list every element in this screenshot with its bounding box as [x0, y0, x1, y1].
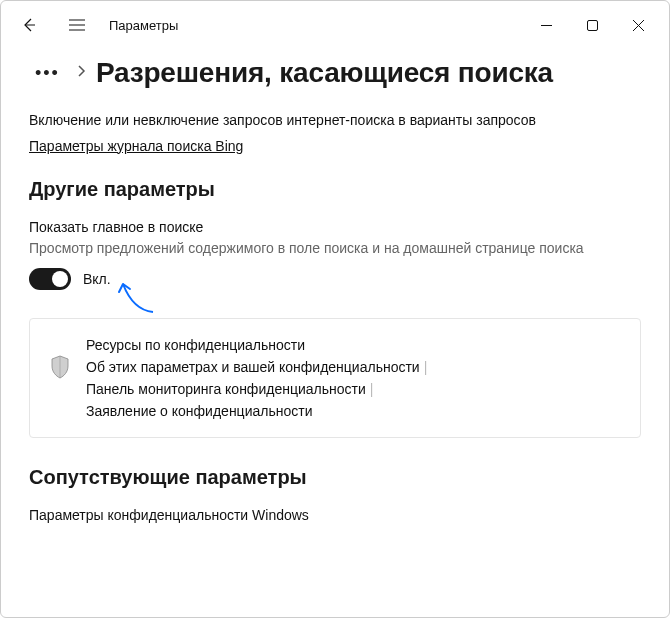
highlights-toggle[interactable]	[29, 268, 71, 290]
maximize-icon	[587, 20, 598, 31]
highlights-setting-desc: Просмотр предложений содержимого в поле …	[29, 239, 641, 259]
titlebar: Параметры	[1, 1, 669, 49]
windows-privacy-link[interactable]: Параметры конфиденциальности Windows	[29, 507, 641, 523]
highlights-setting-title: Показать главное в поиске	[29, 219, 641, 235]
minimize-button[interactable]	[523, 9, 569, 41]
window-controls	[523, 9, 661, 41]
svg-rect-4	[587, 20, 597, 30]
privacy-line-title: Ресурсы по конфиденциальности	[86, 337, 427, 353]
privacy-line-dashboard-label: Панель мониторинга конфиденциальности	[86, 381, 366, 397]
privacy-line-about-label: Об этих параметрах и вашей конфиденциаль…	[86, 359, 420, 375]
privacy-line-statement[interactable]: Заявление о конфиденциальности	[86, 403, 427, 419]
menu-button[interactable]	[57, 5, 97, 45]
toggle-state-label: Вкл.	[83, 271, 111, 287]
chevron-right-icon	[76, 64, 86, 82]
privacy-resources-card: Ресурсы по конфиденциальности Об этих па…	[29, 318, 641, 438]
toggle-knob	[52, 271, 68, 287]
back-button[interactable]	[9, 5, 49, 45]
breadcrumb-ellipsis[interactable]: •••	[29, 61, 66, 86]
privacy-card-lines: Ресурсы по конфиденциальности Об этих па…	[86, 337, 427, 419]
related-settings-title: Сопутствующие параметры	[29, 466, 641, 489]
arrow-left-icon	[21, 17, 37, 33]
close-icon	[633, 20, 644, 31]
privacy-line-about[interactable]: Об этих параметрах и вашей конфиденциаль…	[86, 359, 427, 375]
close-button[interactable]	[615, 9, 661, 41]
content: ••• Разрешения, касающиеся поиска Включе…	[1, 57, 669, 543]
bing-history-link[interactable]: Параметры журнала поиска Bing	[29, 138, 243, 154]
annotation-arrow-icon	[115, 272, 165, 316]
separator-icon: |	[424, 359, 428, 375]
privacy-line-dashboard[interactable]: Панель мониторинга конфиденциальности|	[86, 381, 427, 397]
minimize-icon	[541, 20, 552, 31]
separator-icon: |	[370, 381, 374, 397]
highlights-toggle-row: Вкл.	[29, 268, 641, 290]
shield-icon	[50, 355, 70, 379]
page-title: Разрешения, касающиеся поиска	[96, 57, 553, 89]
maximize-button[interactable]	[569, 9, 615, 41]
titlebar-left: Параметры	[9, 5, 178, 45]
intro-description: Включение или невключение запросов интер…	[29, 111, 641, 131]
breadcrumb: ••• Разрешения, касающиеся поиска	[29, 57, 641, 89]
hamburger-icon	[69, 19, 85, 31]
other-settings-title: Другие параметры	[29, 178, 641, 201]
app-title: Параметры	[109, 18, 178, 33]
